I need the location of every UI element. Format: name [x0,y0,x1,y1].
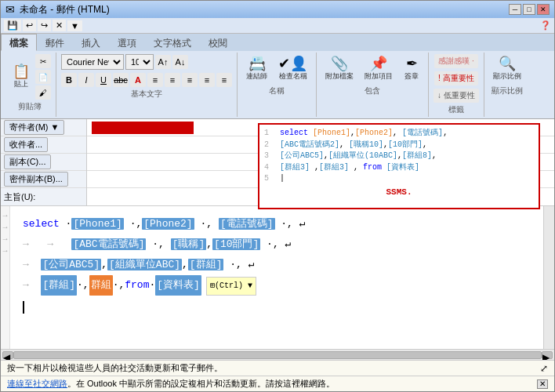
align-center-button[interactable]: ≡ [165,73,180,87]
low-importance-button[interactable]: ↓ 低重要性 [433,89,479,103]
h-scroll-thumb[interactable] [13,351,542,359]
bcc-input[interactable] [87,172,201,181]
h-scroll-left[interactable]: ◀ [2,351,13,359]
field-dept: [10部門] [212,238,260,250]
field-abc-tel: [ABC電話號碼] [71,238,146,250]
minimize-button[interactable]: ─ [509,4,521,15]
margin-arrow-2: → [2,223,9,231]
paste-icon: 📋 [13,64,30,78]
tab-insert[interactable]: 插入 [73,34,109,51]
address-book-button[interactable]: 📇 連結師 [242,54,271,84]
notif-close-button[interactable]: ✕ [537,379,548,389]
font-color-button[interactable]: A [130,73,146,87]
help-icon[interactable]: ❓ [540,20,551,31]
tab-file[interactable]: 檔案 [1,34,37,51]
undo-quick-btn[interactable]: ↩ [23,20,36,31]
follow-up-button[interactable]: 感謝感嘆 · [434,54,478,68]
tab-options[interactable]: 選項 [109,34,145,51]
bold-button[interactable]: B [61,73,77,87]
font-family-select[interactable]: Courier New [61,54,124,70]
tab-format[interactable]: 文字格式 [145,34,200,51]
tab-review[interactable]: 校閱 [200,34,236,51]
sql-line-4: 4 [群組3] ,[群組3] , from [資料表] [264,162,534,174]
field-tel: [電話號碼] [219,218,275,230]
strikethrough-button[interactable]: abc [113,73,129,87]
to-input[interactable] [87,137,201,147]
sender-button[interactable]: 寄件者(M) ▼ [4,120,64,135]
sender-red-bar [92,122,194,134]
margin-arrow-4: → [2,246,9,255]
field-company: [公司ABC5] [41,259,101,270]
redo-quick-btn[interactable]: ↪ [38,20,51,31]
horizontal-scrollbar[interactable]: ◀ ▶ [1,349,554,360]
notif-bar-1: 按一下相片以檢視這些人員的社交活動更新和電子郵件。 ⤢ [1,360,554,376]
shrink-font-button[interactable]: A↓ [172,55,188,69]
paste-button[interactable]: 📋 貼上 [9,62,34,92]
expand-icon[interactable]: ⤢ [540,363,548,374]
ribbon-group-text: Courier New 10 A↑ A↓ B I U abc A [56,53,238,117]
editor-line-3: → [公司ABC5],[組織單位ABC],[群組] ·, ↵ [23,255,531,275]
font-size-select[interactable]: 10 [125,54,154,70]
field-group3: 群組 [89,275,113,296]
sql-mini-box: 1 select [Phone1],[Phone2], [電話號碼], 2 [A… [258,123,540,209]
sql-line-5: 5 | [264,173,534,185]
save-quick-btn[interactable]: 💾 [4,20,21,31]
zoom-button[interactable]: 🔍 顯示比例 [489,54,525,84]
check-names-button[interactable]: ✔👤 檢查名稱 [274,54,311,84]
indent-button[interactable]: ≡ [216,73,232,87]
cc-input[interactable] [87,154,201,164]
attach-item-icon: 📌 [370,56,387,71]
cut-button[interactable]: ✂ [35,54,51,68]
zoom-icon: 🔍 [499,56,516,71]
right-scrollbar[interactable] [543,206,554,349]
ribbon-group-zoom: 🔍 顯示比例 顯示比例 [484,53,530,117]
field-phone2: [Phone2] [142,218,194,230]
list-button[interactable]: ≡ [199,73,215,87]
tab-mail[interactable]: 郵件 [37,34,73,51]
close-button[interactable]: ✕ [537,4,550,15]
bcc-button[interactable]: 密件副本(B)... [4,172,68,187]
text-cursor [23,301,24,314]
social-link[interactable]: 連線至社交網路 [7,379,67,388]
italic-button[interactable]: I [78,73,94,87]
more-quick-btn[interactable]: ▼ [67,20,82,31]
maximize-button[interactable]: □ [523,4,535,15]
editor-line-1: select ·[Phone1] ·,[Phone2] ·, [電話號碼] ·,… [23,214,531,234]
copy-button[interactable]: 📄 [35,70,51,84]
ribbon-tab-bar: 檔案 郵件 插入 選項 文字格式 校閱 [1,34,554,51]
underline-button[interactable]: U [96,73,111,87]
cancel-quick-btn[interactable]: ✕ [53,20,66,31]
attach-item-button[interactable]: 📌 附加項目 [361,54,397,84]
cc-label-row: 副本(C)... [1,154,86,171]
format-painter-button[interactable]: 🖌 [35,85,51,100]
window-title: 未命名 - 郵件 (HTML) [20,3,110,16]
grow-font-button[interactable]: A↑ [155,55,171,69]
signature-button[interactable]: ✒ 簽章 [400,54,423,84]
to-label-row: 收件者... [1,136,86,154]
align-left-button[interactable]: ≡ [147,73,163,87]
notif-text-1: 按一下相片以檢視這些人員的社交活動更新和電子郵件。 [7,362,223,374]
align-right-button[interactable]: ≡ [182,73,198,87]
high-importance-button[interactable]: ! 高重要性 [434,71,478,85]
h-scroll-right[interactable]: ▶ [542,351,553,359]
cc-button[interactable]: 副本(C)... [4,154,51,169]
signature-icon: ✒ [406,56,418,71]
margin-arrow-3: → [2,234,9,243]
editor-body: → → → → select ·[Phone1] ·,[Phone2] ·, [… [1,206,554,349]
field-group1: [群組] [188,259,224,270]
names-label: 名稱 [269,85,285,96]
field-group2: [群組] [41,275,77,296]
ribbon: 檔案 郵件 插入 選項 文字格式 校閱 📋 貼上 ✂ 📄 🖌 [1,34,554,119]
notif-bar-2: 連線至社交網路。在 Outlook 中顯示所需的設定複相片和活動更新。請按這裡權… [1,376,554,391]
editor-area: → → → → select ·[Phone1] ·,[Phone2] ·, [… [1,206,554,360]
ctrl-paste-hint[interactable]: ⊞(Ctrl) ▼ [206,277,256,296]
sql-line-3: 3 [公司ABC5],[組織單位(10ABC],[群組8], [264,151,534,162]
ribbon-group-clipboard: 📋 貼上 ✂ 📄 🖌 剪貼簿 [4,53,56,117]
to-button[interactable]: 收件者... [4,137,48,152]
editor-content[interactable]: select ·[Phone1] ·,[Phone2] ·, [電話號碼] ·,… [10,206,543,349]
editor-cursor-line [23,297,531,318]
attach-file-button[interactable]: 📎 附加檔案 [321,54,357,84]
subject-input[interactable] [87,189,201,198]
paste-hint-icon[interactable]: ⊞(Ctrl) ▼ [206,275,256,296]
notif-text-2: 連線至社交網路。在 Outlook 中顯示所需的設定複相片和活動更新。請按這裡權… [7,378,335,390]
